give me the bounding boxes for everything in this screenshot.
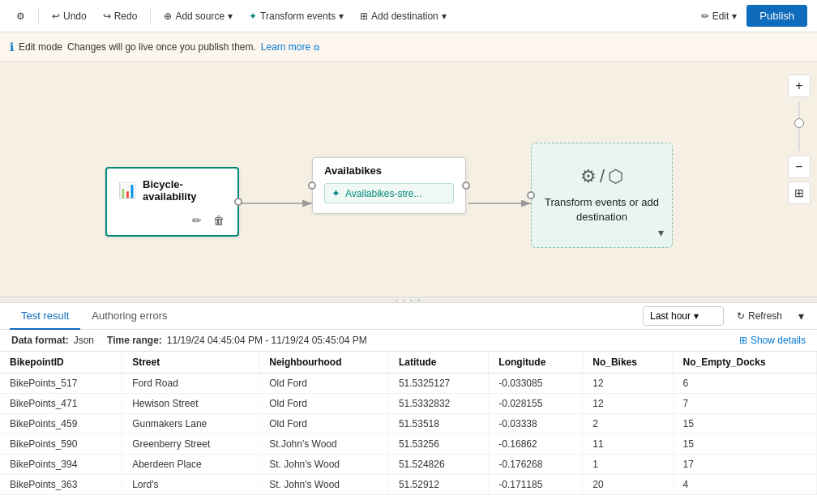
table-cell-5-0: BikePoints_363	[0, 475, 122, 495]
table-col-bikepointid: BikepointID	[0, 352, 122, 374]
zoom-fit-button[interactable]: ⊞	[788, 182, 811, 204]
zoom-in-button[interactable]: +	[788, 75, 811, 97]
dest-chevron-icon[interactable]: ▾	[658, 226, 664, 239]
zoom-out-button[interactable]: −	[788, 156, 811, 178]
table-cell-2-0: BikePoints_459	[0, 414, 122, 434]
table-scroll[interactable]: BikepointIDStreetNeighbourhoodLatitudeLo…	[0, 352, 817, 495]
table-cell-5-4: -0.171185	[489, 475, 583, 495]
add-destination-icon: ⊞	[360, 11, 368, 22]
table-cell-1-3: 51.5332832	[388, 394, 488, 414]
table-cell-2-4: -0.03338	[489, 414, 583, 434]
time-filter-dropdown[interactable]: Last hour ▾	[643, 306, 724, 326]
table-cell-0-2: Old Ford	[259, 374, 389, 394]
table-cell-3-0: BikePoints_590	[0, 434, 122, 455]
table-header: BikepointIDStreetNeighbourhoodLatitudeLo…	[0, 352, 817, 374]
table-cell-5-2: St. John's Wood	[259, 475, 389, 495]
zoom-handle	[794, 118, 804, 128]
table-cell-4-0: BikePoints_394	[0, 455, 122, 475]
source-node-footer: ✏ 🗑	[118, 209, 226, 229]
source-node[interactable]: 📊 Bicycle-availability ✏ 🗑	[105, 167, 239, 237]
edit-bar-message: Changes will go live once you publish th…	[67, 41, 256, 53]
table-cell-0-0: BikePoints_517	[0, 374, 122, 394]
table-col-neighbourhood: Neighbourhood	[259, 352, 389, 374]
info-icon: ℹ	[10, 41, 14, 53]
edit-icon: ✏	[701, 11, 709, 22]
source-output-dot	[234, 198, 242, 206]
edit-button[interactable]: ✏ Edit ▾	[695, 7, 744, 25]
dest-icons: ⚙ / ⬡	[580, 166, 623, 187]
settings-button[interactable]: ⚙	[10, 7, 32, 25]
transform-events-icon: ✦	[249, 11, 257, 22]
top-bar: ⚙ ↩ Undo ↪ Redo ⊕ Add source ▾ ✦ Transfo…	[0, 0, 817, 32]
table-cell-3-2: St.John's Wood	[259, 434, 389, 455]
stream-output-dot	[462, 182, 470, 190]
learn-more-link[interactable]: Learn more ⧉	[261, 41, 319, 53]
top-bar-left: ⚙ ↩ Undo ↪ Redo ⊕ Add source ▾ ✦ Transfo…	[10, 7, 453, 25]
tab-test-result[interactable]: Test result	[10, 303, 80, 330]
table-cell-2-1: Gunmakers Lane	[122, 414, 259, 434]
refresh-icon: ↻	[737, 310, 745, 322]
top-bar-right: ✏ Edit ▾ Publish	[695, 5, 807, 27]
table-col-longitude: Longitude	[489, 352, 583, 374]
redo-icon: ↪	[103, 11, 111, 22]
show-details-icon: ⊞	[739, 335, 747, 346]
stream-item-label: Availabikes-stre...	[345, 188, 421, 199]
table-cell-5-3: 51.52912	[388, 475, 488, 495]
table-cell-1-2: Old Ford	[259, 394, 389, 414]
edit-mode-label: Edit mode	[19, 41, 62, 53]
dest-destination-icon: ⬡	[608, 166, 623, 187]
expand-button[interactable]: ▾	[795, 306, 807, 326]
stream-node[interactable]: Availabikes ✦ Availabikes-stre...	[312, 157, 466, 214]
time-filter-value: Last hour	[650, 310, 691, 322]
table-cell-0-3: 51.5325127	[388, 374, 488, 394]
tabs-left: Test result Authoring errors	[10, 303, 178, 329]
table-header-row: BikepointIDStreetNeighbourhoodLatitudeLo…	[0, 352, 817, 374]
time-range-value: 11/19/24 04:45:04 PM - 11/19/24 05:45:04…	[167, 335, 367, 346]
table-cell-4-6: 17	[673, 455, 816, 475]
stream-item[interactable]: ✦ Availabikes-stre...	[324, 183, 454, 203]
refresh-button[interactable]: ↻ Refresh	[730, 307, 789, 325]
add-source-button[interactable]: ⊕ Add source ▾	[157, 7, 239, 25]
stream-item-icon: ✦	[332, 187, 340, 199]
show-details-button[interactable]: ⊞ Show details	[739, 335, 806, 346]
destination-node[interactable]: ⚙ / ⬡ Transform events or add destinatio…	[531, 143, 673, 248]
table-row: BikePoints_363Lord'sSt. John's Wood51.52…	[0, 475, 817, 495]
redo-button[interactable]: ↪ Redo	[96, 7, 144, 25]
edit-label: Edit	[712, 11, 729, 22]
undo-button[interactable]: ↩ Undo	[45, 7, 93, 25]
table-cell-4-4: -0.176268	[489, 455, 583, 475]
add-source-chevron: ▾	[228, 11, 233, 22]
source-edit-button[interactable]: ✏	[190, 212, 203, 229]
resize-indicator: • • • •	[396, 297, 421, 304]
resize-handle[interactable]: • • • •	[0, 297, 817, 303]
transform-events-label: Transform events	[260, 11, 336, 22]
publish-button[interactable]: Publish	[746, 5, 807, 27]
table-col-street: Street	[122, 352, 259, 374]
table-cell-4-5: 1	[583, 455, 673, 475]
transform-events-button[interactable]: ✦ Transform events ▾	[242, 7, 350, 25]
source-delete-button[interactable]: 🗑	[212, 212, 226, 229]
table-cell-5-6: 4	[673, 475, 816, 495]
data-table: BikepointIDStreetNeighbourhoodLatitudeLo…	[0, 352, 817, 495]
tab-authoring-errors[interactable]: Authoring errors	[80, 303, 178, 330]
table-row: BikePoints_471Hewison StreetOld Ford51.5…	[0, 394, 817, 414]
table-cell-2-3: 51.53518	[388, 414, 488, 434]
data-info-left: Data format: Json Time range: 11/19/24 0…	[11, 335, 367, 346]
table-cell-4-2: St. John's Wood	[259, 455, 389, 475]
dest-transform-icon: ⚙	[580, 166, 597, 187]
table-cell-3-5: 11	[583, 434, 673, 455]
table-body: BikePoints_517Ford RoadOld Ford51.532512…	[0, 374, 817, 495]
time-filter-chevron: ▾	[694, 310, 699, 322]
table-col-latitude: Latitude	[388, 352, 488, 374]
table-cell-1-5: 12	[583, 394, 673, 414]
table-row: BikePoints_459Gunmakers LaneOld Ford51.5…	[0, 414, 817, 434]
table-cell-3-4: -0.16862	[489, 434, 583, 455]
add-destination-button[interactable]: ⊞ Add destination ▾	[353, 7, 453, 25]
zoom-controls: + − ⊞	[788, 75, 811, 204]
settings-icon: ⚙	[16, 11, 25, 22]
external-link-icon: ⧉	[314, 43, 319, 52]
table-cell-1-1: Hewison Street	[122, 394, 259, 414]
table-cell-0-5: 12	[583, 374, 673, 394]
table-col-no-bikes: No_Bikes	[583, 352, 673, 374]
table-cell-5-1: Lord's	[122, 475, 259, 495]
